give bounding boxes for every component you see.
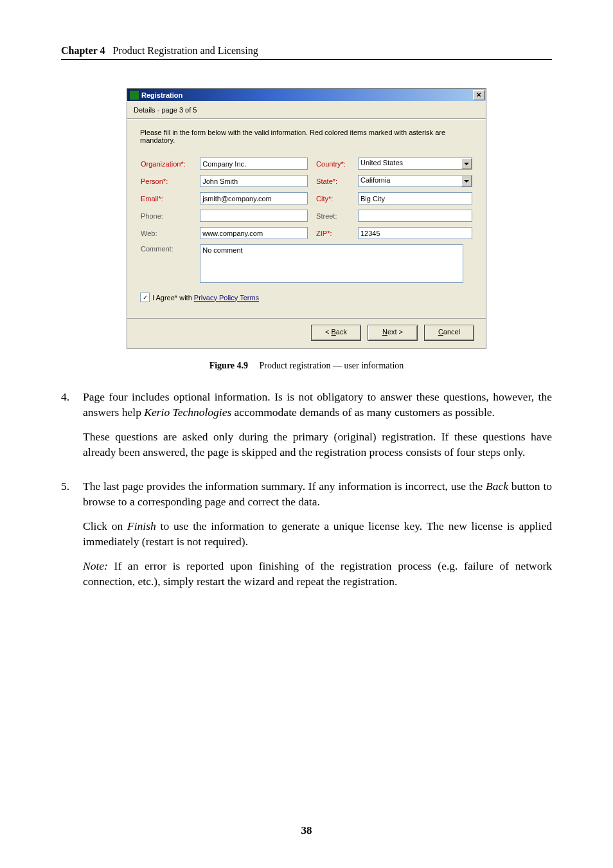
web-input[interactable] bbox=[200, 227, 308, 239]
country-value: United States bbox=[358, 158, 472, 170]
label-comment: Comment: bbox=[140, 244, 199, 285]
wizard-subtitle: Details - page 3 of 5 bbox=[127, 101, 486, 120]
label-phone: Phone: bbox=[140, 209, 199, 222]
label-email: Email*: bbox=[140, 192, 199, 205]
chevron-down-icon bbox=[464, 180, 469, 183]
chapter-title: Product Registration and Licensing bbox=[113, 45, 258, 56]
state-value: California bbox=[358, 175, 472, 187]
label-web: Web: bbox=[140, 226, 199, 240]
back-button[interactable]: < Back bbox=[311, 325, 361, 341]
figure-label: Figure 4.9 bbox=[209, 361, 248, 370]
close-icon: ✕ bbox=[476, 92, 481, 98]
list-num-4: 4. bbox=[61, 389, 83, 469]
item5-p3: Note: If an error is reported upon finis… bbox=[83, 558, 552, 589]
item4-p1: Page four includes optional information.… bbox=[83, 389, 552, 420]
organization-input[interactable] bbox=[200, 158, 308, 170]
page-number: 38 bbox=[0, 824, 613, 837]
person-input[interactable] bbox=[200, 175, 308, 187]
item5-p2: Click on Finish to use the information t… bbox=[83, 518, 552, 549]
email-input[interactable] bbox=[200, 192, 308, 204]
wizard-button-row: < Back Next > Cancel bbox=[127, 318, 486, 348]
window-title: Registration bbox=[141, 91, 182, 99]
privacy-policy-link[interactable]: Privacy Policy Terms bbox=[194, 294, 259, 302]
close-button[interactable]: ✕ bbox=[473, 90, 484, 100]
label-city: City*: bbox=[310, 192, 357, 205]
cancel-button[interactable]: Cancel bbox=[424, 325, 474, 341]
chapter-header: Chapter 4 Product Registration and Licen… bbox=[61, 45, 552, 60]
app-icon bbox=[130, 91, 139, 100]
form-intro: Please fill in the form below with the v… bbox=[140, 129, 473, 144]
comment-textarea[interactable] bbox=[200, 244, 463, 283]
label-country: Country*: bbox=[310, 157, 357, 170]
dropdown-button[interactable] bbox=[461, 176, 472, 186]
label-person: Person*: bbox=[140, 174, 199, 188]
country-select[interactable]: United States bbox=[358, 158, 472, 170]
label-organization: Organization*: bbox=[140, 157, 199, 170]
titlebar: Registration ✕ bbox=[127, 89, 486, 101]
item5-p1: The last page provides the information s… bbox=[83, 478, 552, 509]
label-zip: ZIP*: bbox=[310, 226, 357, 240]
chevron-down-icon bbox=[464, 163, 469, 165]
city-input[interactable] bbox=[358, 192, 472, 204]
form-grid: Organization*: Country*: United States P… bbox=[140, 153, 473, 289]
state-select[interactable]: California bbox=[358, 175, 472, 187]
list-num-5: 5. bbox=[61, 478, 83, 599]
label-street: Street: bbox=[310, 209, 357, 222]
next-button[interactable]: Next > bbox=[368, 325, 418, 341]
figure-caption: Figure 4.9 Product registration — user i… bbox=[61, 361, 552, 371]
agree-prefix: I Agree* with bbox=[152, 294, 194, 302]
label-state: State*: bbox=[310, 174, 357, 188]
phone-input[interactable] bbox=[200, 210, 308, 222]
street-input[interactable] bbox=[358, 210, 472, 222]
figure-text: Product registration — user information bbox=[260, 361, 404, 370]
dropdown-button[interactable] bbox=[461, 158, 472, 169]
registration-dialog: Registration ✕ Details - page 3 of 5 Ple… bbox=[127, 88, 486, 349]
chapter-label: Chapter 4 bbox=[61, 45, 105, 56]
check-icon: ✓ bbox=[143, 294, 148, 301]
zip-input[interactable] bbox=[358, 227, 472, 239]
agree-row: ✓ I Agree* with Privacy Policy Terms bbox=[140, 289, 473, 311]
item4-p2: These questions are asked only during th… bbox=[83, 429, 552, 460]
body-list: 4. Page four includes optional informati… bbox=[61, 389, 552, 598]
agree-checkbox[interactable]: ✓ bbox=[140, 293, 150, 302]
